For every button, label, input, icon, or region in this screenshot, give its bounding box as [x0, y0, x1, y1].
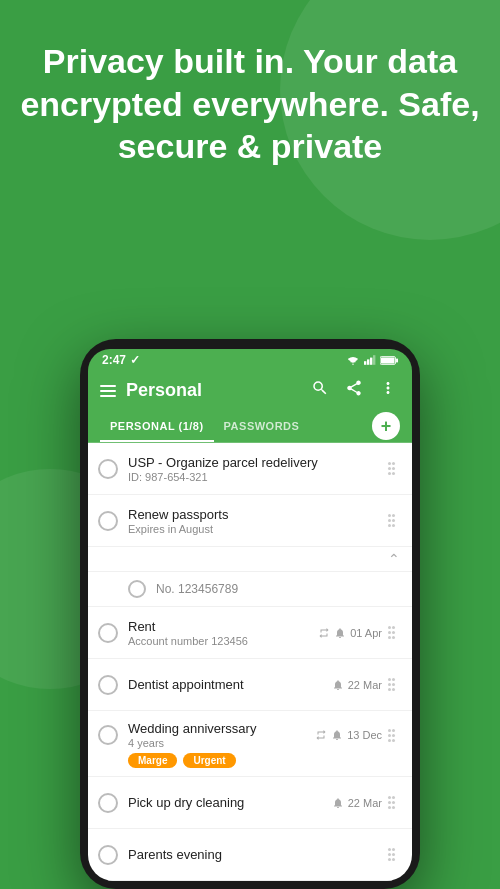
list-item: Wedding anniverssary 4 years 13 Dec Marg…	[88, 711, 412, 777]
sub-list-item: No. 123456789	[88, 572, 412, 607]
task-list: USP - Organize parcel redelivery ID: 987…	[88, 443, 412, 881]
item-meta: 13 Dec	[315, 729, 382, 741]
list-item: Dentist appointment 22 Mar	[88, 659, 412, 711]
item-title: Renew passports	[128, 507, 382, 522]
item-title: Rent	[128, 619, 312, 634]
drag-handle[interactable]	[388, 678, 402, 691]
svg-rect-6	[381, 357, 395, 363]
item-content: Rent Account number 123456	[128, 619, 312, 647]
sub-task-checkbox[interactable]	[128, 580, 146, 598]
tag-marge[interactable]: Marge	[128, 753, 177, 768]
item-title: USP - Organize parcel redelivery	[128, 455, 382, 470]
search-icon[interactable]	[308, 379, 332, 402]
sub-item-text: No. 123456789	[156, 582, 402, 596]
due-date: 13 Dec	[347, 729, 382, 741]
battery-icon	[380, 355, 398, 366]
svg-rect-1	[367, 359, 369, 364]
item-title: Parents evening	[128, 847, 382, 862]
wifi-icon	[346, 354, 360, 366]
drag-handle[interactable]	[388, 796, 402, 809]
due-date: 01 Apr	[350, 627, 382, 639]
item-meta: 01 Apr	[318, 627, 382, 639]
due-date: 22 Mar	[348, 797, 382, 809]
chevron-up-icon: ⌃	[388, 551, 400, 567]
repeat-icon	[315, 729, 327, 741]
repeat-icon	[318, 627, 330, 639]
hero-text: Privacy built in. Your data encrypted ev…	[0, 40, 500, 168]
task-checkbox[interactable]	[98, 793, 118, 813]
bell-icon	[332, 797, 344, 809]
item-subtitle: Account number 123456	[128, 635, 312, 647]
due-date: 22 Mar	[348, 679, 382, 691]
tab-personal[interactable]: PERSONAL (1/8)	[100, 410, 214, 442]
phone-frame: 2:47 ✓	[80, 339, 420, 889]
task-checkbox[interactable]	[98, 511, 118, 531]
item-subtitle: ID: 987-654-321	[128, 471, 382, 483]
item-subtitle: 4 years	[128, 737, 309, 749]
task-checkbox[interactable]	[98, 675, 118, 695]
status-bar: 2:47 ✓	[88, 349, 412, 371]
tabs-bar: PERSONAL (1/8) PASSWORDS +	[88, 410, 412, 443]
item-subtitle: Expires in August	[128, 523, 382, 535]
bell-icon	[331, 729, 343, 741]
phone-mockup: 2:47 ✓	[80, 339, 420, 889]
share-icon[interactable]	[342, 379, 366, 402]
svg-rect-2	[370, 358, 372, 365]
drag-handle[interactable]	[388, 848, 402, 861]
list-item: Rent Account number 123456 01 Apr	[88, 607, 412, 659]
item-content: Renew passports Expires in August	[128, 507, 382, 535]
check-icon: ✓	[130, 353, 140, 367]
item-content: Pick up dry cleaning	[128, 795, 326, 810]
item-meta: 22 Mar	[332, 797, 382, 809]
list-item: Pick up dry cleaning 22 Mar	[88, 777, 412, 829]
svg-rect-3	[373, 355, 375, 365]
tag-urgent[interactable]: Urgent	[183, 753, 235, 768]
task-checkbox[interactable]	[98, 725, 118, 745]
bell-icon	[334, 627, 346, 639]
task-checkbox[interactable]	[98, 623, 118, 643]
item-content: USP - Organize parcel redelivery ID: 987…	[128, 455, 382, 483]
more-icon[interactable]	[376, 379, 400, 402]
app-title: Personal	[126, 380, 298, 401]
list-item: Renew passports Expires in August	[88, 495, 412, 547]
item-title: Pick up dry cleaning	[128, 795, 326, 810]
app-bar: Personal	[88, 371, 412, 410]
drag-handle[interactable]	[388, 514, 402, 527]
svg-rect-0	[364, 361, 366, 365]
bell-icon	[332, 679, 344, 691]
status-icons	[346, 354, 398, 366]
svg-rect-5	[396, 358, 398, 362]
item-meta: 22 Mar	[332, 679, 382, 691]
task-checkbox[interactable]	[98, 459, 118, 479]
item-content: Wedding anniverssary 4 years	[128, 721, 309, 749]
time-display: 2:47	[102, 353, 126, 367]
tab-passwords[interactable]: PASSWORDS	[214, 410, 310, 442]
add-tab-button[interactable]: +	[372, 412, 400, 440]
drag-handle[interactable]	[388, 462, 402, 475]
item-content: Dentist appointment	[128, 677, 326, 692]
menu-icon[interactable]	[100, 385, 116, 397]
drag-handle[interactable]	[388, 729, 402, 742]
item-title: Wedding anniverssary	[128, 721, 309, 736]
signal-icon	[364, 354, 376, 366]
status-time: 2:47 ✓	[102, 353, 140, 367]
list-item: Parents evening	[88, 829, 412, 881]
item-title: Dentist appointment	[128, 677, 326, 692]
drag-handle[interactable]	[388, 626, 402, 639]
list-item: USP - Organize parcel redelivery ID: 987…	[88, 443, 412, 495]
tags-row: Marge Urgent	[128, 753, 402, 768]
task-checkbox[interactable]	[98, 845, 118, 865]
expand-row[interactable]: ⌃	[88, 547, 412, 572]
item-content: Parents evening	[128, 847, 382, 862]
